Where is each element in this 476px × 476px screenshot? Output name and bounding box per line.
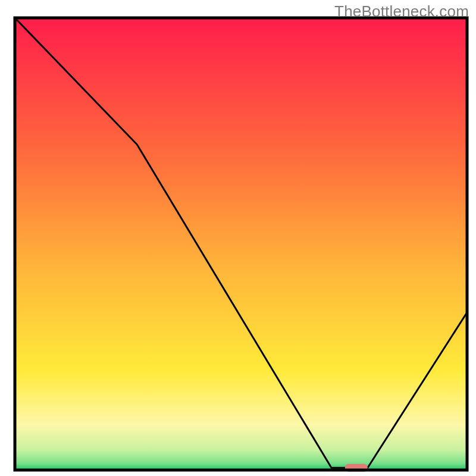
- bottleneck-chart: [0, 0, 476, 476]
- chart-container: TheBottleneck.com: [0, 0, 476, 476]
- watermark-text: TheBottleneck.com: [334, 2, 469, 21]
- gradient-background: [15, 18, 467, 470]
